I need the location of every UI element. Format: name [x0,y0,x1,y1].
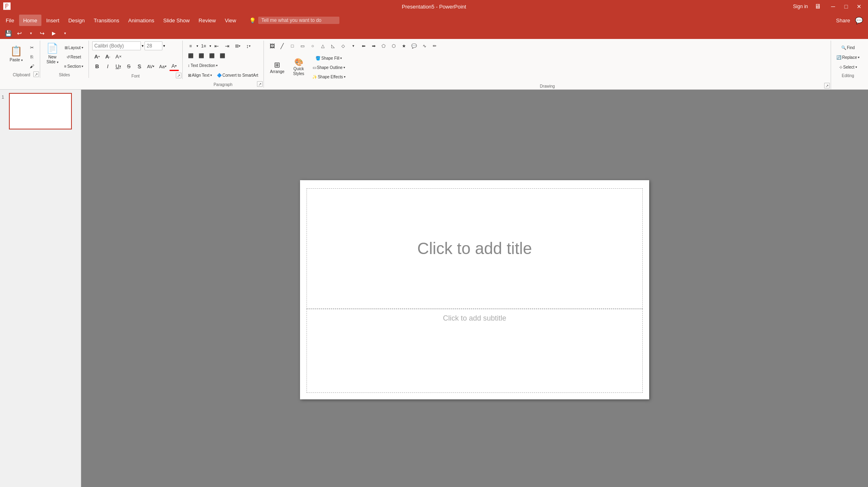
shape-rect[interactable]: □ [287,41,297,50]
layout-button[interactable]: ⊞ Layout ▾ [62,43,85,52]
section-button[interactable]: ≡ Section ▾ [62,62,85,71]
save-button[interactable]: 💾 [3,28,13,38]
text-direction-button[interactable]: ↕ Text Direction ▾ [186,61,220,70]
align-center-button[interactable]: ⬛ [196,51,206,60]
columns-button[interactable]: ⊞ ▾ [233,41,243,50]
reset-icon: ↺ [67,55,70,59]
format-painter-button[interactable]: 🖌 [27,62,37,71]
font-expand[interactable]: ↗ [176,73,181,78]
replace-label: Replace [842,55,857,60]
slide-1-thumbnail[interactable] [9,93,72,129]
paragraph-expand[interactable]: ↗ [257,81,263,87]
new-slide-icon: 📄 [46,43,58,54]
align-left-button[interactable]: ⬛ [186,51,196,60]
select-label: Select [843,65,855,69]
change-case-button[interactable]: Aa ▾ [157,62,168,71]
shape-arrow-right[interactable]: ➡ [369,41,378,50]
sign-in-button[interactable]: Sign in [793,4,808,9]
font-name-arrow[interactable]: ▾ [142,44,144,48]
numbering-arrow[interactable]: ▾ [209,44,211,48]
numbering-button[interactable]: 1≡ [199,41,209,50]
new-slide-button[interactable]: 📄 NewSlide ▾ [43,41,61,66]
slide-canvas[interactable]: Click to add title Click to add subtitle [300,180,649,399]
start-presentation-button[interactable]: ▶ [49,28,58,38]
shape-outline-button[interactable]: ▭ Shape Outline ▾ [310,63,348,72]
copy-button[interactable]: ⎘ [27,52,37,61]
replace-button[interactable]: 🔄 Replace ▾ [834,53,862,62]
tell-me-input[interactable] [258,17,339,24]
font-name-input[interactable] [92,41,141,50]
shapes-more[interactable]: ▾ [348,41,358,50]
shape-line[interactable]: ╱ [277,41,287,50]
customize-qat-button[interactable]: ▾ [60,28,70,38]
menu-review[interactable]: Review [194,15,220,26]
italic-button[interactable]: I [103,62,112,71]
undo-dropdown[interactable]: ▾ [26,28,36,38]
select-button[interactable]: ⊹ Select ▾ [834,62,862,71]
monitor-icon[interactable]: 🖥 [814,3,821,10]
minimize-button[interactable]: ─ [827,1,839,12]
arrange-button[interactable]: ⊞ Arrange [267,57,287,77]
font-size-input[interactable] [145,41,162,50]
clear-formatting-button[interactable]: A✕ [113,52,124,61]
subtitle-placeholder[interactable]: Click to add subtitle [307,309,643,393]
align-right-button[interactable]: ⬛ [207,51,217,60]
shape-fill-button[interactable]: 🪣 Shape Fill ▾ [310,54,348,62]
menu-transitions[interactable]: Transitions [90,15,123,26]
decrease-font-button[interactable]: A- [103,52,112,61]
redo-button[interactable]: ↪ [37,28,47,38]
strikethrough-button[interactable]: S [124,62,134,71]
menu-animations[interactable]: Animations [124,15,158,26]
shape-freeform[interactable]: ✏ [430,41,439,50]
bullets-button[interactable]: ≡ [186,41,196,50]
shape-rounded-rect[interactable]: ▭ [298,41,307,50]
reset-button[interactable]: ↺ Reset [62,52,85,61]
menu-view[interactable]: View [221,15,240,26]
decrease-indent-button[interactable]: ⇤ [212,41,222,50]
increase-font-button[interactable]: A+ [92,52,102,61]
menu-slideshow[interactable]: Slide Show [159,15,194,26]
shape-hexagon[interactable]: ⬡ [389,41,399,50]
undo-button[interactable]: ↩ [15,28,24,38]
align-text-button[interactable]: ⊠Align Text ▾ [186,71,214,80]
quick-styles-button[interactable]: 🎨 QuickStyles [289,57,309,77]
paste-button[interactable]: 📋 Paste ▾ [6,41,26,66]
shape-ellipse[interactable]: ○ [308,41,317,50]
shape-effects-button[interactable]: ✨ Shape Effects ▾ [310,72,348,81]
slide-1-container: 1 [2,93,79,129]
shape-star[interactable]: ★ [399,41,409,50]
menu-insert[interactable]: Insert [42,15,64,26]
justify-button[interactable]: ⬛ [218,51,227,60]
cut-button[interactable]: ✂ [27,43,37,52]
drawing-expand[interactable]: ↗ [824,83,830,88]
clipboard-expand[interactable]: ↗ [33,71,39,77]
shape-right-triangle[interactable]: ◺ [328,41,338,50]
shape-arrow-left[interactable]: ⬅ [358,41,368,50]
char-spacing-button[interactable]: AV ▾ [145,62,156,71]
bold-button[interactable]: B [92,62,102,71]
shadow-button[interactable]: S [134,62,144,71]
shape-triangle[interactable]: △ [318,41,328,50]
bullets-arrow[interactable]: ▾ [196,44,198,48]
convert-smartart-button[interactable]: 🔷Convert to SmartArt [215,71,260,80]
increase-indent-button[interactable]: ⇥ [222,41,232,50]
menu-file[interactable]: File [2,15,18,26]
menu-design[interactable]: Design [64,15,89,26]
title-placeholder[interactable]: Click to add title [307,188,643,309]
shape-picture[interactable]: 🖼 [267,41,277,50]
font-size-arrow[interactable]: ▾ [163,44,165,48]
font-color-button[interactable]: A ▾ [169,62,179,71]
shape-speech[interactable]: 💬 [409,41,419,50]
share-button[interactable]: Share [836,17,850,24]
menu-home[interactable]: Home [19,15,41,26]
find-button[interactable]: 🔍 Find [834,43,862,52]
underline-button[interactable]: U ▾ [113,62,123,71]
shape-curve[interactable]: ∿ [419,41,429,50]
close-button[interactable]: ✕ [853,1,865,12]
shape-pentagon[interactable]: ⬠ [379,41,389,50]
line-spacing-button[interactable]: ↕ ▾ [244,41,253,50]
comments-icon[interactable]: 💬 [855,17,863,24]
shape-diamond[interactable]: ◇ [338,41,348,50]
restore-button[interactable]: □ [840,1,852,12]
slides-label: Slides [40,73,89,77]
